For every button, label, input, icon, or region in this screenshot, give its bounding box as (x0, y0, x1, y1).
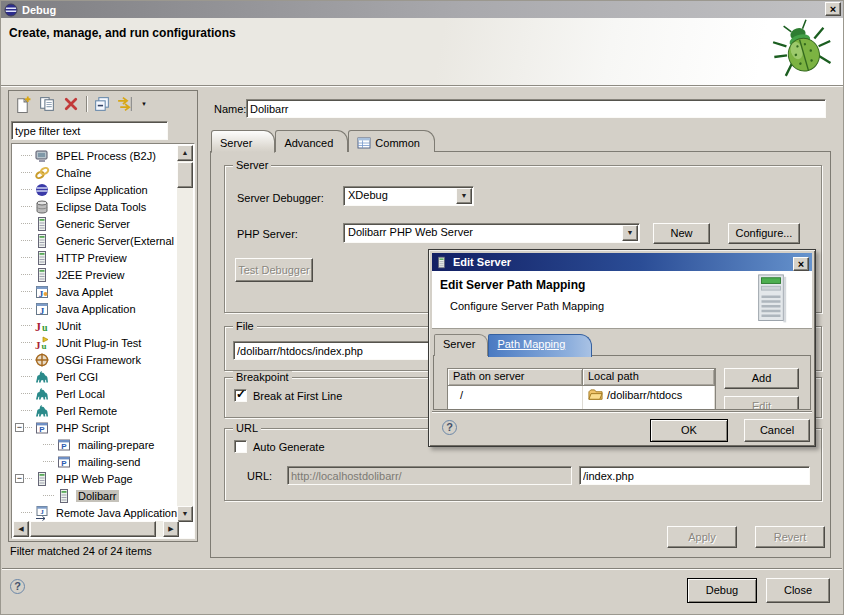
window-close-button[interactable]: × (825, 2, 841, 16)
tree-item-perl-local[interactable]: Perl Local (13, 385, 178, 402)
tree-item-http-preview[interactable]: HTTP Preview (13, 249, 178, 266)
dialog-heading: Edit Server Path Mapping (440, 278, 585, 292)
scroll-up-icon[interactable]: ▲ (177, 145, 193, 161)
name-input[interactable] (246, 99, 826, 118)
footer-separator (2, 568, 842, 570)
tree-item-bpel-process-b2j[interactable]: BPEL Process (B2J) (13, 147, 178, 164)
tree-item-label: Dolibarr (76, 490, 119, 502)
generic-server-icon (34, 267, 50, 283)
tree-item-label: mailing-send (76, 456, 142, 468)
tree-item-label: Java Applet (54, 286, 115, 298)
tree-item-cha-ne[interactable]: Chaîne (13, 164, 178, 181)
tree-item-perl-cgi[interactable]: Perl CGI (13, 368, 178, 385)
table-icon (357, 136, 371, 150)
tree-item-osgi-framework[interactable]: OSGi Framework (13, 351, 178, 368)
php-web-icon (56, 488, 72, 504)
tree-vertical-scrollbar[interactable]: ▲ ▼ (177, 145, 193, 522)
generic-server-icon (34, 233, 50, 249)
tree-collapse-icon[interactable]: − (15, 423, 24, 432)
tree-item-mailing-prepare[interactable]: Pmailing-prepare (13, 436, 178, 453)
dialog-help-icon[interactable]: ? (442, 420, 457, 435)
tree-item-junit-plug-in-test[interactable]: JuJUnit Plug-in Test (13, 334, 178, 351)
svg-text:J: J (40, 305, 45, 315)
horizontal-scroll-thumb[interactable] (30, 521, 156, 537)
ok-button[interactable]: OK (650, 419, 728, 442)
duplicate-configuration-icon[interactable] (38, 95, 56, 113)
tree-horizontal-scrollbar[interactable]: ◀ ▶ (13, 521, 179, 537)
junit-plugin-icon: Ju (34, 335, 50, 351)
tree-item-java-application[interactable]: JJava Application (13, 300, 178, 317)
tree-item-label: Perl Remote (54, 405, 119, 417)
path-on-server-cell: / (448, 386, 583, 403)
help-icon[interactable]: ? (10, 579, 25, 594)
filter-status-text: Filter matched 24 of 24 items (10, 545, 152, 557)
name-label: Name: (214, 103, 246, 115)
tree-collapse-icon[interactable]: − (15, 474, 24, 483)
tree-item-remote-java-application[interactable]: JRemote Java Application (13, 504, 178, 521)
dialog-tab-server[interactable]: Server (434, 334, 488, 356)
tree-item-perl-remote[interactable]: Perl Remote (13, 402, 178, 419)
junit-icon: Ju (34, 318, 50, 334)
tree-item-eclipse-application[interactable]: Eclipse Application (13, 181, 178, 198)
table-row[interactable]: //dolibarr/htdocs (448, 386, 715, 403)
dialog-subheading: Configure Server Path Mapping (450, 300, 604, 312)
configurations-toolbar: ▼ (9, 91, 197, 119)
edit-mapping-button[interactable]: Edit (724, 396, 799, 410)
svg-text:P: P (39, 425, 45, 434)
java-app-icon: J (34, 301, 50, 317)
dialog-button-bar: ? OK Cancel (432, 411, 812, 444)
banner: Create, manage, and run configurations (1, 18, 843, 86)
window-title: Debug (22, 4, 56, 16)
perl-icon (34, 369, 50, 385)
toolbar-menu-arrow-icon[interactable]: ▼ (141, 101, 147, 107)
local-path-cell: /dolibarr/htdocs (583, 386, 715, 403)
tree-item-mailing-send[interactable]: Pmailing-send (13, 453, 178, 470)
path-mapping-table: Path on serverLocal path//dolibarr/htdoc… (447, 368, 716, 410)
scroll-down-icon[interactable]: ▼ (177, 506, 193, 522)
tree-item-label: HTTP Preview (54, 252, 129, 264)
toolbar-separator (86, 96, 87, 112)
edit-server-dialog: Edit Server × Edit Server Path Mapping C… (428, 249, 816, 447)
tree-item-label: J2EE Preview (54, 269, 126, 281)
column-header-local-path[interactable]: Local path (583, 369, 715, 386)
configuration-tabs: ServerAdvancedCommon (211, 130, 435, 152)
tab-server[interactable]: Server (211, 130, 275, 153)
tree-item-php-script[interactable]: −PPHP Script (13, 419, 178, 436)
cancel-button[interactable]: Cancel (744, 419, 810, 442)
delete-configuration-icon[interactable] (62, 95, 80, 113)
tab-common[interactable]: Common (348, 130, 435, 152)
path-mapping-tab-content: Path on serverLocal path//dolibarr/htdoc… (433, 355, 811, 410)
configurations-panel: ▼ BPEL Process (B2J)ChaîneEclipse Applic… (8, 90, 198, 542)
tree-item-eclipse-data-tools[interactable]: Eclipse Data Tools (13, 198, 178, 215)
tree-item-j2ee-preview[interactable]: J2EE Preview (13, 266, 178, 283)
dialog-title: Edit Server (453, 256, 511, 268)
scroll-left-icon[interactable]: ◀ (13, 521, 29, 537)
close-button[interactable]: Close (766, 578, 830, 603)
debug-button[interactable]: Debug (687, 578, 757, 603)
tree-item-junit[interactable]: JuJUnit (13, 317, 178, 334)
remote-java-icon: J (34, 505, 50, 521)
dialog-tab-path-mapping[interactable]: Path Mapping (488, 334, 592, 357)
tree-item-generic-server-external-la[interactable]: Generic Server(External La (13, 232, 178, 249)
filter-input[interactable] (11, 121, 168, 140)
dialog-close-button[interactable]: × (793, 257, 809, 271)
scroll-right-icon[interactable]: ▶ (163, 521, 179, 537)
php-web-icon (34, 471, 50, 487)
collapse-all-icon[interactable] (93, 95, 111, 113)
perl-icon (34, 403, 50, 419)
svg-text:u: u (42, 340, 47, 350)
tab-advanced[interactable]: Advanced (275, 130, 348, 152)
tree-item-dolibarr[interactable]: Dolibarr (13, 487, 178, 504)
column-header-path-on-server[interactable]: Path on server (448, 369, 583, 386)
tree-item-generic-server[interactable]: Generic Server (13, 215, 178, 232)
new-configuration-icon[interactable] (14, 95, 32, 113)
tree-item-java-applet[interactable]: JJava Applet (13, 283, 178, 300)
svg-text:J: J (35, 319, 41, 333)
osgi-icon (34, 352, 50, 368)
add-mapping-button[interactable]: Add (724, 368, 799, 389)
dialog-tabs: ServerPath Mapping (434, 334, 592, 356)
tab-label: Server (220, 137, 252, 149)
tree-item-php-web-page[interactable]: −PHP Web Page (13, 470, 178, 487)
filter-launch-configurations-icon[interactable] (116, 95, 134, 113)
vertical-scroll-thumb[interactable] (177, 162, 193, 188)
